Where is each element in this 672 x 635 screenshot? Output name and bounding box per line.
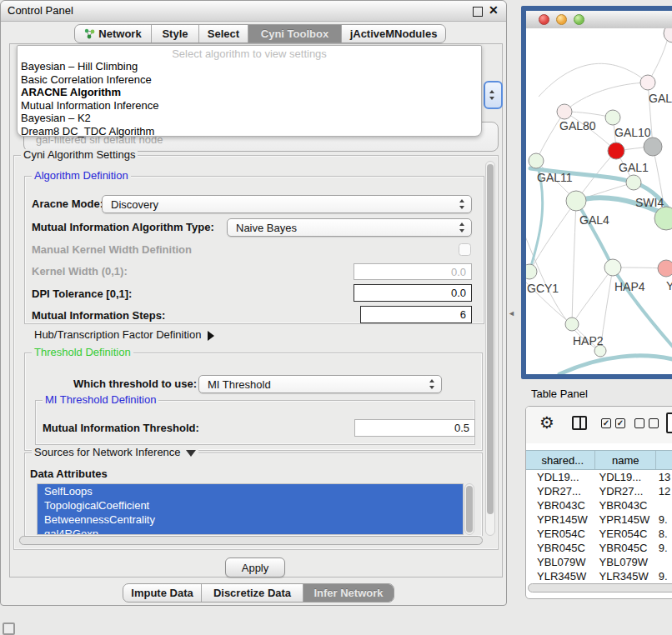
scrollbar-thumb[interactable] [487,164,494,514]
table-cell [654,555,672,569]
tab-jactivemnodules[interactable]: jActiveMNodules [342,25,445,42]
table-cell: YBR043C [597,498,654,512]
table-row[interactable]: YDL19...YDL19...13 [526,470,672,484]
mi-threshold-label: Mutual Information Threshold: [43,419,199,437]
network-node-hap4[interactable] [604,259,621,276]
network-node-gal10[interactable] [605,110,620,125]
node-label: SWI4 [635,196,664,209]
hub-definition-row[interactable]: Hub/Transcription Factor Definition [34,328,214,342]
attribute-list-scrollbar[interactable] [464,483,474,535]
deselect-all-columns-icon[interactable] [634,418,659,428]
float-window-icon[interactable] [473,7,483,17]
network-node-gal1[interactable] [608,142,624,159]
algorithm-list-item[interactable]: Bayesian – K2 [19,112,479,125]
table-cell: 9. [654,569,672,583]
close-traffic-light[interactable] [539,14,549,25]
node-label: GAL80 [559,119,596,132]
tab-label: jActiveMNodules [350,28,438,40]
node-label: GAL11 [537,171,573,184]
settings-vertical-scrollbar[interactable] [485,161,495,536]
algorithm-combo-spinner[interactable] [484,81,503,109]
network-node-swi4[interactable] [626,175,641,190]
network-node-gal[interactable] [640,75,655,90]
mi-threshold-field[interactable]: 0.5 [354,419,475,437]
tab-style[interactable]: Style [152,25,199,42]
data-attribute-item[interactable]: gal4RGexp [38,527,463,535]
control-panel-titlebar: Control Panel ✕ [1,1,506,22]
mi-threshold-value: 0.5 [454,422,469,434]
table-row[interactable]: YLR345WYLR345W9. [526,569,672,583]
kernel-width-field[interactable]: 0.0 [354,263,472,280]
mi-type-combo[interactable]: Naive Bayes [227,218,472,237]
network-node[interactable] [644,138,662,156]
columns-icon[interactable] [572,416,587,430]
close-icon[interactable]: ✕ [489,3,499,17]
minimize-traffic-light[interactable] [556,14,567,25]
algorithm-list-item[interactable]: Basic Correlation Inference [19,73,479,87]
zoom-traffic-light[interactable] [574,14,584,25]
table-horizontal-scrollbar[interactable] [528,583,672,592]
dock-panel-icon[interactable] [3,622,15,635]
manual-kernel-checkbox[interactable] [459,243,471,256]
network-node-gal11[interactable] [529,153,544,168]
dpi-tolerance-field[interactable]: 0.0 [354,284,472,302]
column-header-partial[interactable] [656,451,672,469]
table-panel-window: ⚙ ✓✓ shared...name YDL19...YDL19...13YDR… [525,406,672,599]
aracne-mode-combo[interactable]: Discovery [102,195,472,213]
sources-group: Sources for Network Inference Data Attri… [24,452,483,536]
algorithm-list-item[interactable]: Mutual Information Inference [19,99,479,112]
apply-button[interactable]: Apply [225,558,285,578]
tab-label: Infer Network [313,587,383,599]
table-row[interactable]: YBR043CYBR043C [526,498,672,512]
network-node-hap2[interactable] [565,318,579,331]
scrollbar-thumb[interactable] [466,486,473,532]
threshold-definition-title: Threshold Definition [32,347,133,358]
network-node-y[interactable] [658,260,672,277]
data-attribute-item[interactable]: SelfLoops [38,484,463,498]
algorithm-list-item[interactable]: ARACNE Algorithm [19,86,479,99]
aracne-mode-value: Discovery [111,198,158,211]
tab-network[interactable]: Network [75,25,152,42]
column-header-name[interactable]: name [595,451,656,469]
network-node-gcy1[interactable] [526,264,537,279]
network-node[interactable] [664,28,672,42]
which-threshold-combo[interactable]: MI Threshold [198,375,442,393]
kernel-width-value: 0.0 [451,266,466,278]
splitter-collapse-icon[interactable]: ◄ [508,309,515,318]
algorithm-list-item[interactable]: Dream8 DC_TDC Algorithm [19,125,479,138]
bottom-tab-impute-data[interactable]: Impute Data [123,584,202,602]
spinner-arrows-icon [459,199,465,209]
table-cell: 9. [654,512,672,527]
table-row[interactable]: YBR045CYBR045C9. [526,541,672,555]
network-window-titlebar[interactable] [526,11,672,29]
network-canvas[interactable]: GALGAL80GAL10GAL1GAL11SWI4GAL4GCY1HAP4YH… [526,28,672,374]
table-row[interactable]: YER054CYER054C8. [526,527,672,541]
table-panel-title: Table Panel [531,388,588,400]
column-header-shared[interactable]: shared... [530,451,595,469]
select-all-columns-icon[interactable]: ✓✓ [601,418,625,428]
settings-horizontal-scrollbar[interactable] [19,536,483,545]
bottom-tab-infer-network[interactable]: Infer Network [303,584,394,602]
tab-select[interactable]: Select [199,25,248,42]
mi-steps-field[interactable]: 6 [360,306,472,323]
network-node-gal80[interactable] [557,104,572,119]
mi-type-value: Naive Bayes [236,222,297,234]
table-row[interactable]: YBL079WYBL079W [526,555,672,569]
manual-kernel-label: Manual Kernel Width Definition [32,242,192,258]
data-attribute-item[interactable]: TopologicalCoefficient [38,498,463,512]
bottom-tab-discretize-data[interactable]: Discretize Data [202,584,303,602]
table-row[interactable]: YPR145WYPR145W9. [526,512,672,527]
algorithm-dropdown-popup: Select algorithm to view settings Bayesi… [17,45,482,137]
algorithm-list-item[interactable]: Bayesian – Hill Climbing [19,60,479,73]
export-table-icon[interactable] [666,412,672,433]
tab-label: Style [162,28,188,40]
data-attribute-item[interactable]: BetweennessCentrality [38,512,463,527]
table-cell: YPR145W [597,512,654,527]
gear-icon[interactable]: ⚙ [539,413,554,432]
tab-cyni-toolbox[interactable]: Cyni Toolbox [248,25,342,42]
table-row[interactable]: YDR27...YDR27...12 [526,484,672,498]
network-node-gal4[interactable] [566,191,586,211]
table-cell [654,498,672,512]
control-panel-tabs: NetworkStyleSelectCyni ToolboxjActiveMNo… [74,24,446,43]
node-label: Y [666,279,672,292]
